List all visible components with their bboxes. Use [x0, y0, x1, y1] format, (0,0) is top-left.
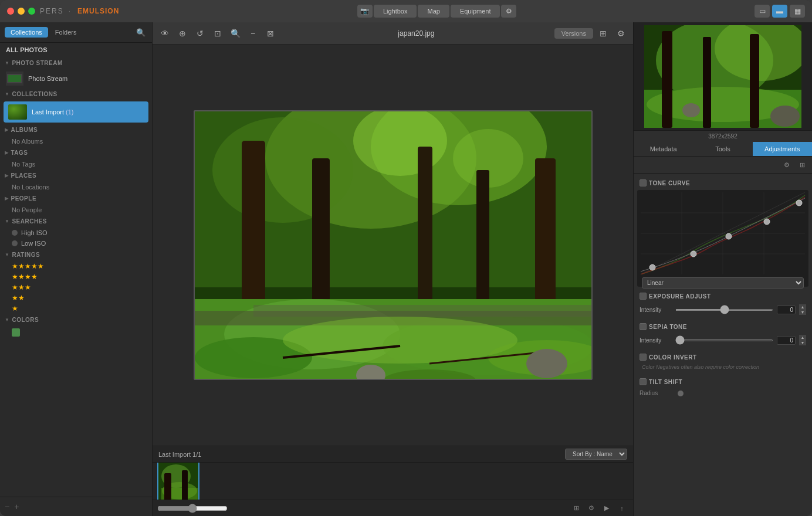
low-iso-dot: [12, 240, 18, 246]
adjustments-tab[interactable]: Adjustments: [753, 142, 812, 156]
versions-button[interactable]: Versions: [554, 28, 593, 39]
map-button[interactable]: Map: [418, 5, 449, 18]
low-iso-item[interactable]: Low ISO: [0, 238, 152, 249]
image-toolbar: 👁 ⊕ ↺ ⊡ 🔍 − ⊠ japan20.jpg Versions ⊞ ⚙: [153, 22, 633, 45]
minimize-button[interactable]: [18, 8, 25, 15]
all-photos-item[interactable]: ALL PHOTOS: [0, 43, 152, 57]
grid-view-button[interactable]: ⊞: [596, 26, 611, 40]
toolbar-settings-button[interactable]: ⚙: [613, 26, 628, 40]
tone-curve-section: TONE CURVE: [637, 177, 808, 287]
four-star-item[interactable]: ★★★★: [0, 271, 152, 282]
exposure-decrement[interactable]: ▼: [799, 310, 806, 315]
high-iso-label: High ISO: [21, 229, 48, 236]
collections-header[interactable]: ▼ COLLECTIONS: [0, 88, 152, 100]
searches-header[interactable]: ▼ SEARCHES: [0, 215, 152, 228]
sepia-slider[interactable]: [675, 340, 773, 341]
places-label: PLACES: [11, 172, 37, 179]
camera-button[interactable]: 📷: [357, 5, 373, 18]
view-single-button[interactable]: ▭: [755, 5, 770, 18]
people-header[interactable]: ▶ PEOPLE: [0, 192, 152, 205]
exposure-slider[interactable]: [675, 309, 773, 311]
exposure-checkbox[interactable]: [640, 293, 647, 300]
panel-grid-button[interactable]: ⊞: [796, 159, 808, 171]
preview-image: [644, 25, 801, 128]
sort-dropdown[interactable]: Sort By : Name: [565, 449, 627, 460]
sepia-value[interactable]: [777, 336, 796, 345]
albums-header[interactable]: ▶ ALBUMS: [0, 124, 152, 136]
ratings-header[interactable]: ▼ RATINGS: [0, 249, 152, 261]
metadata-tab[interactable]: Metadata: [634, 142, 693, 156]
colors-header[interactable]: ▼ COLORS: [0, 314, 152, 326]
collection-label: Last Import (1): [32, 108, 74, 116]
tone-curve-checkbox[interactable]: [640, 179, 647, 186]
high-iso-item[interactable]: High ISO: [0, 228, 152, 238]
filmstrip-content: [153, 463, 633, 500]
sepia-section: SEPIA TONE Intensity ▲ ▼: [637, 321, 808, 348]
traffic-lights: [7, 8, 35, 15]
collections-chevron: ▼: [5, 91, 9, 97]
svg-point-54: [691, 251, 696, 257]
exposure-value[interactable]: [777, 305, 796, 314]
tone-curve-preset-select[interactable]: Linear: [642, 277, 804, 288]
one-star-item[interactable]: ★: [0, 303, 152, 314]
tools-tab[interactable]: Tools: [693, 142, 752, 156]
settings-button[interactable]: ⚙: [501, 5, 516, 18]
tab-collections[interactable]: Collections: [5, 27, 48, 38]
image-dims: 3872x2592: [634, 131, 812, 142]
panel-settings-button[interactable]: ⚙: [780, 159, 793, 171]
film-thumbnail[interactable]: [157, 463, 199, 500]
tags-label: TAGS: [11, 150, 28, 156]
zoom-in-button[interactable]: 🔍: [228, 26, 243, 40]
tilt-shift-header[interactable]: TILT SHIFT: [637, 376, 808, 388]
view-strip-button[interactable]: ▬: [772, 5, 787, 18]
equipment-button[interactable]: Equipment: [451, 5, 500, 18]
tone-curve-header[interactable]: TONE CURVE: [637, 177, 808, 189]
exposure-increment[interactable]: ▲: [799, 304, 806, 310]
five-star-item[interactable]: ★★★★★: [0, 261, 152, 271]
filmstrip-play-button[interactable]: ▶: [600, 503, 613, 514]
filmstrip-settings-button[interactable]: ⚙: [585, 503, 598, 514]
colors-chevron: ▼: [5, 317, 9, 322]
close-button[interactable]: [7, 8, 14, 15]
sepia-decrement[interactable]: ▼: [799, 340, 806, 345]
tab-folders[interactable]: Folders: [49, 27, 83, 38]
tags-header[interactable]: ▶ TAGS: [0, 147, 152, 159]
photo-stream-header[interactable]: ▼ PHOTO STREAM: [0, 57, 152, 69]
no-tags-item: No Tags: [0, 159, 152, 169]
sepia-header[interactable]: SEPIA TONE: [637, 321, 808, 332]
filmstrip-grid-button[interactable]: ⊞: [570, 503, 583, 514]
lightbox-button[interactable]: Lightbox: [374, 5, 417, 18]
sepia-increment[interactable]: ▲: [799, 335, 806, 340]
svg-point-45: [682, 103, 700, 117]
photo-stream-item[interactable]: Photo Stream: [0, 69, 152, 88]
filmstrip-zoom-slider[interactable]: [157, 504, 228, 513]
tilt-shift-checkbox[interactable]: [640, 378, 647, 385]
color-invert-header[interactable]: COLOR INVERT: [637, 351, 808, 363]
eye-button[interactable]: 👁: [157, 26, 172, 40]
sidebar-search-button[interactable]: 🔍: [134, 26, 147, 39]
crop-button[interactable]: ⊡: [210, 26, 225, 40]
collections-label: COLLECTIONS: [12, 91, 57, 97]
filmstrip-share-button[interactable]: ↑: [615, 503, 628, 514]
three-star-item[interactable]: ★★★: [0, 282, 152, 293]
places-header[interactable]: ▶ PLACES: [0, 169, 152, 182]
fit-button[interactable]: ⊠: [263, 26, 278, 40]
refresh-button[interactable]: ↺: [192, 26, 208, 40]
view-grid-button[interactable]: ▦: [790, 5, 805, 18]
color-invert-note: Color Negatives often also require color…: [637, 363, 808, 372]
svg-rect-2: [8, 75, 21, 82]
svg-rect-43: [750, 34, 759, 128]
sepia-checkbox[interactable]: [640, 323, 647, 330]
two-star-item[interactable]: ★★: [0, 293, 152, 303]
retouch-button[interactable]: ⊕: [175, 26, 190, 40]
remove-button[interactable]: −: [5, 502, 9, 511]
maximize-button[interactable]: [28, 8, 35, 15]
add-button[interactable]: +: [14, 502, 19, 511]
app-brand: PERS: [40, 7, 64, 15]
color-invert-checkbox[interactable]: [640, 354, 647, 361]
collection-last-import[interactable]: Last Import (1): [4, 101, 148, 123]
exposure-header[interactable]: EXPOSURE ADJUST: [637, 290, 808, 302]
color-swatch-green[interactable]: [12, 328, 20, 337]
filmstrip-icons: ⊞ ⚙ ▶ ↑: [570, 503, 628, 514]
zoom-out-button[interactable]: −: [245, 26, 260, 40]
